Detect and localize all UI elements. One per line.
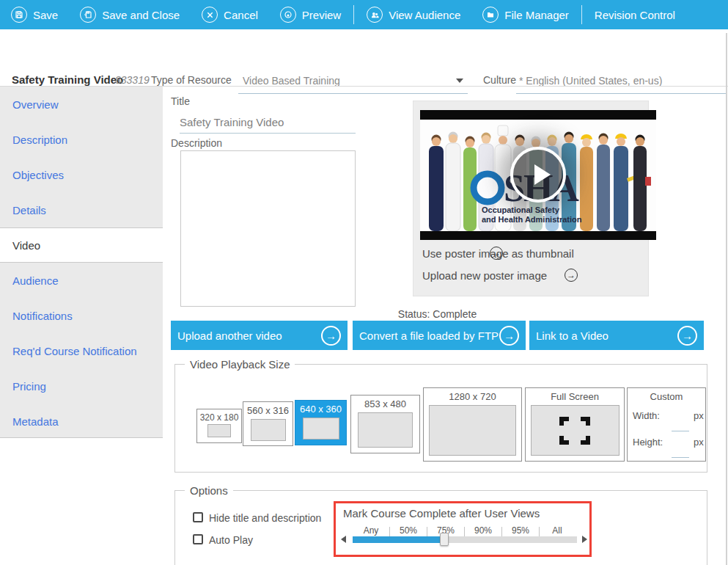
link-to-video-label: Link to a Video (536, 329, 608, 342)
preview-button[interactable]: Preview (269, 7, 352, 23)
upload-another-video-button[interactable]: Upload another video → (171, 321, 348, 350)
sidebar-item-overview[interactable]: Overview (0, 87, 163, 122)
size-tile-640x360-selected[interactable]: 640 x 360 (295, 400, 347, 445)
file-manager-label: File Manager (504, 9, 569, 21)
toolbar: Save Save and Close Cancel (0, 0, 728, 29)
custom-width-label: Width: (633, 410, 660, 421)
mark-complete-slider[interactable] (353, 536, 577, 543)
custom-width-unit: px (694, 410, 704, 421)
sidebar-item-objectives[interactable]: Objectives (0, 157, 163, 192)
arrow-right-icon: → (499, 326, 519, 346)
slider-thumb[interactable] (440, 533, 449, 546)
custom-height-label: Height: (633, 437, 663, 448)
size-tile-853x480[interactable]: 853 x 480 (350, 395, 420, 453)
upload-another-video-label: Upload another video (177, 329, 282, 342)
title-input[interactable] (180, 112, 356, 134)
save-and-close-label: Save and Close (102, 9, 180, 21)
size-preview-box (303, 418, 339, 440)
custom-height-input[interactable] (672, 457, 689, 458)
revision-control-button[interactable]: Revision Control (584, 9, 686, 21)
culture-field[interactable]: * English (United States, en-us) (516, 68, 726, 94)
view-audience-button[interactable]: View Audience (356, 7, 471, 23)
toolbar-divider (353, 5, 354, 24)
save-button[interactable]: Save (0, 7, 69, 23)
size-tile-320x180[interactable]: 320 x 180 (196, 409, 242, 443)
cancel-icon (202, 7, 218, 23)
description-textarea[interactable] (180, 150, 356, 307)
size-tile-560x316[interactable]: 560 x 316 (243, 401, 293, 446)
slider-fill (353, 536, 445, 543)
size-tile-label: 560 x 316 (243, 405, 293, 416)
slider-left-arrow[interactable] (341, 536, 346, 543)
osha-tagline-1: Occupational Safety (482, 205, 560, 214)
upload-poster-arrow-icon[interactable]: → (565, 269, 578, 282)
osha-tagline-2: and Health Administration (482, 215, 582, 224)
video-playback-size-legend: Video Playback Size (185, 358, 295, 371)
toolbar-divider (581, 5, 582, 24)
slider-tick-all: All (552, 525, 562, 536)
size-tile-1280x720[interactable]: 1280 x 720 (423, 387, 522, 462)
auto-play-checkbox[interactable] (193, 534, 203, 544)
save-label: Save (33, 9, 58, 21)
save-and-close-button[interactable]: Save and Close (69, 7, 191, 23)
cancel-label: Cancel (224, 9, 258, 21)
cancel-button[interactable]: Cancel (191, 7, 269, 23)
mark-complete-label: Mark Course Complete after User Views (343, 507, 540, 520)
resource-header: Safety Training Video 833319 Type of Res… (0, 29, 728, 86)
sidebar-item-reqd-course-notification[interactable]: Req'd Course Notification (0, 333, 163, 368)
size-tile-full-screen[interactable]: Full Screen (525, 387, 625, 462)
slider-tick-90: 90% (474, 525, 492, 536)
sidebar-item-metadata[interactable]: Metadata (0, 404, 163, 439)
osha-o-icon (474, 174, 501, 202)
play-icon (534, 164, 551, 185)
preview-label: Preview (302, 9, 341, 21)
view-audience-label: View Audience (389, 9, 460, 21)
slider-right-arrow[interactable] (582, 536, 587, 543)
type-of-resource-select[interactable]: Video Based Training (238, 68, 468, 94)
size-tile-label: 853 x 480 (351, 398, 419, 409)
video-preview[interactable]: SHA Occupational Safety and Health Admin… (420, 110, 656, 240)
save-close-icon (80, 7, 96, 23)
type-of-resource-value: Video Based Training (243, 75, 340, 87)
sidebar-item-details[interactable]: Details (0, 192, 163, 227)
sidebar-item-audience[interactable]: Audience (0, 263, 163, 298)
auto-play-checkbox-label: Auto Play (209, 534, 253, 546)
hide-title-checkbox-label: Hide title and description (209, 512, 321, 524)
sidebar-item-description[interactable]: Description (0, 122, 163, 157)
title-label: Title (171, 95, 190, 107)
link-to-video-button[interactable]: Link to a Video → (529, 321, 704, 350)
slider-tick-mark (389, 527, 390, 537)
size-tile-label: 1280 x 720 (424, 391, 521, 402)
size-tile-custom[interactable]: Custom Width: px Height: px (627, 387, 706, 462)
play-button[interactable] (510, 147, 566, 203)
file-manager-button[interactable]: File Manager (471, 7, 580, 23)
culture-value: * English (United States, en-us) (519, 75, 662, 87)
sidebar-item-pricing[interactable]: Pricing (0, 368, 163, 404)
size-preview-box (251, 419, 286, 441)
convert-ftp-file-label: Convert a file loaded by FTP (359, 329, 499, 342)
resource-title: Safety Training Video (12, 73, 123, 86)
sidebar-item-notifications[interactable]: Notifications (0, 298, 163, 333)
slider-tick-any: Any (364, 525, 379, 536)
slider-tick-mark (539, 527, 540, 537)
hide-title-checkbox[interactable] (193, 512, 203, 522)
resource-id: 833319 (115, 74, 150, 86)
save-icon (11, 7, 27, 23)
slider-tick-mark (501, 527, 502, 537)
slider-tick-mark (427, 527, 427, 537)
sidebar: Overview Description Objectives Details … (0, 87, 163, 438)
custom-width-input[interactable] (672, 431, 689, 431)
convert-ftp-file-button[interactable]: Convert a file loaded by FTP → (353, 321, 526, 350)
revision-control-label: Revision Control (595, 9, 675, 21)
preview-icon (280, 7, 296, 23)
custom-label: Custom (628, 391, 705, 402)
size-preview-box (531, 405, 619, 456)
upload-new-poster-link[interactable]: Upload new poster image (422, 269, 547, 282)
description-label: Description (171, 137, 222, 149)
use-poster-arrow-icon[interactable]: → (490, 247, 503, 260)
sidebar-item-video[interactable]: Video (0, 227, 163, 263)
size-preview-box (429, 405, 516, 456)
custom-height-unit: px (694, 437, 704, 448)
slider-tick-mark (464, 527, 465, 537)
size-tile-label: 320 x 180 (197, 412, 241, 423)
